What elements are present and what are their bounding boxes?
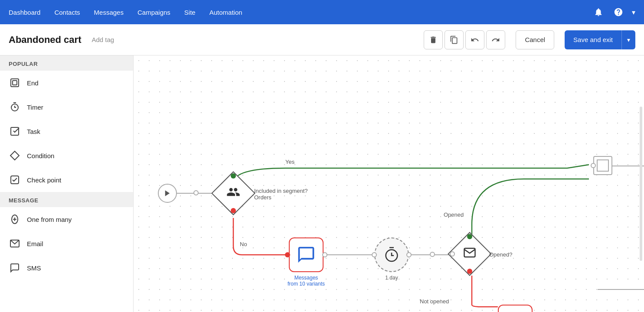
segment-diamond-node[interactable] xyxy=(216,176,251,211)
sidebar-section-message: Message xyxy=(0,192,133,207)
opened-label: Opened xyxy=(444,211,464,218)
connector-dot-2 xyxy=(430,252,435,257)
notification-icon[interactable] xyxy=(592,6,605,19)
svg-marker-17 xyxy=(165,190,170,196)
top-navigation: Dashboard Contacts Messages Campaigns Si… xyxy=(0,0,644,24)
sidebar-section-popular: Popular xyxy=(0,55,133,71)
email-icon xyxy=(9,237,21,250)
svg-rect-1 xyxy=(13,81,17,85)
toolbar-group xyxy=(424,30,505,49)
sidebar-label-task: Task xyxy=(27,128,40,135)
onefrommany-icon xyxy=(9,213,21,225)
segment-label: Included in segment? Orders xyxy=(254,188,308,201)
yes-label: Yes xyxy=(285,159,294,165)
undo-button[interactable] xyxy=(465,30,484,49)
redo-button[interactable] xyxy=(486,30,505,49)
sidebar-label-email: Email xyxy=(27,240,43,247)
condition-icon xyxy=(9,150,21,162)
sms-icon xyxy=(9,262,21,274)
sub-header: Abandoned cart Add tag Cancel Save and e… xyxy=(0,24,644,55)
svg-rect-4 xyxy=(11,127,19,135)
nav-contacts[interactable]: Contacts xyxy=(54,9,80,16)
sidebar-label-onefrommany: One from many xyxy=(27,216,72,223)
save-button[interactable]: Save and exit xyxy=(565,30,621,49)
sidebar-item-timer[interactable]: Timer xyxy=(0,95,133,119)
timer-icon xyxy=(9,101,21,113)
user-menu-chevron[interactable]: ▾ xyxy=(632,8,635,16)
delete-button[interactable] xyxy=(424,30,443,49)
sidebar-item-condition[interactable]: Condition xyxy=(0,143,133,168)
sidebar-item-onefrommany[interactable]: One from many xyxy=(0,207,133,231)
sidebar-label-timer: Timer xyxy=(27,104,43,111)
opened-diamond-node[interactable] xyxy=(452,237,487,271)
sidebar-label-sms: SMS xyxy=(27,264,41,272)
message-node[interactable]: Messages from 10 variants xyxy=(288,237,325,287)
canvas-area: Included in segment? Orders Yes No Messa… xyxy=(134,55,644,312)
add-tag-button[interactable]: Add tag xyxy=(92,36,114,43)
end-node[interactable] xyxy=(593,156,612,175)
sidebar-item-sms[interactable]: SMS xyxy=(0,256,133,280)
nav-campaigns[interactable]: Campaigns xyxy=(137,9,170,16)
nav-messages[interactable]: Messages xyxy=(94,9,124,16)
sidebar-label-condition: Condition xyxy=(27,152,54,159)
vertical-scrollbar[interactable] xyxy=(640,107,642,260)
no-label: No xyxy=(240,241,247,247)
nav-dashboard[interactable]: Dashboard xyxy=(9,9,40,16)
page-title: Abandoned cart xyxy=(9,34,81,46)
sidebar-label-end: End xyxy=(27,79,39,87)
svg-rect-0 xyxy=(11,79,19,87)
sidebar-item-email[interactable]: Email xyxy=(0,231,133,256)
cancel-button[interactable]: Cancel xyxy=(516,30,554,49)
not-opened-label: Not opened xyxy=(420,298,449,305)
sidebar-item-end[interactable]: End xyxy=(0,71,133,95)
help-icon[interactable] xyxy=(612,6,625,19)
checkpoint-icon xyxy=(9,174,21,186)
sidebar-label-checkpoint: Check point xyxy=(27,176,61,184)
sidebar-item-checkpoint[interactable]: Check point xyxy=(0,168,133,192)
save-btn-group: Save and exit ▾ xyxy=(565,30,635,49)
nav-site[interactable]: Site xyxy=(184,9,196,16)
end-icon xyxy=(9,77,21,89)
sidebar: Popular End Timer Task Condition xyxy=(0,55,134,312)
copy-button[interactable] xyxy=(445,30,464,49)
nav-links: Dashboard Contacts Messages Campaigns Si… xyxy=(9,9,242,16)
start-node[interactable] xyxy=(158,184,177,203)
task-icon xyxy=(9,125,21,137)
nav-right: ▾ xyxy=(592,6,635,19)
connector-dot-1 xyxy=(193,190,199,195)
svg-marker-5 xyxy=(10,151,19,160)
timer-node[interactable]: 1 day xyxy=(374,237,409,281)
opened-q-label: Opened? xyxy=(489,251,513,258)
main-layout: Popular End Timer Task Condition xyxy=(0,55,644,312)
nav-automation[interactable]: Automation xyxy=(209,9,242,16)
save-dropdown-button[interactable]: ▾ xyxy=(621,30,635,49)
viber-node[interactable]: Viber Cart xyxy=(498,305,533,312)
sidebar-item-task[interactable]: Task xyxy=(0,119,133,143)
